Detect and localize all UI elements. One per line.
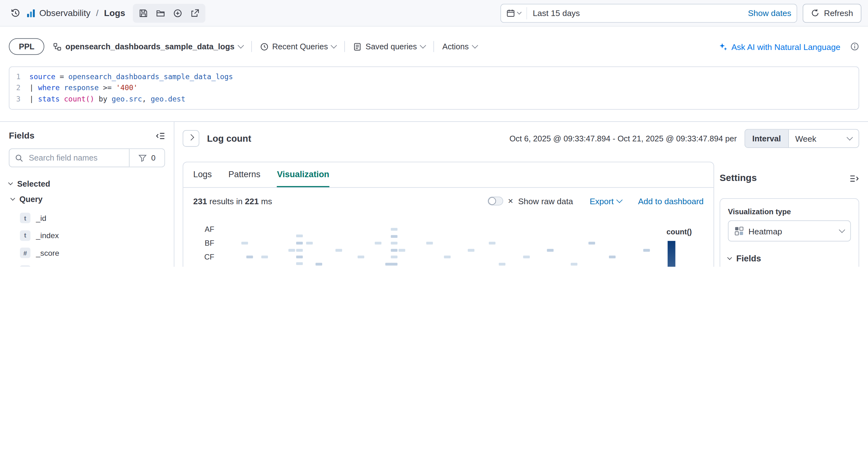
results-row: 231 results in 221 ms × Show raw data Ex… xyxy=(183,188,713,214)
heatmap-cell xyxy=(391,242,398,244)
query-toolbar-right: Ask AI with Natural Language xyxy=(719,42,859,51)
tab-patterns[interactable]: Patterns xyxy=(228,162,260,187)
actions-button[interactable]: Actions xyxy=(442,42,477,51)
filter-icon xyxy=(138,154,147,162)
heatmap-cell xyxy=(399,249,405,252)
heatmap-cell xyxy=(468,249,474,252)
query-editor[interactable]: 1source = opensearch_dashboards_sample_d… xyxy=(9,67,859,110)
sparkle-icon xyxy=(719,42,727,51)
calendar-chevron-icon xyxy=(517,9,522,14)
open-folder-icon[interactable] xyxy=(153,5,168,21)
viz-type-select[interactable]: Heatmap xyxy=(728,221,851,242)
legend-title: count() xyxy=(666,228,692,236)
share-icon[interactable] xyxy=(187,5,203,21)
show-dates-link[interactable]: Show dates xyxy=(748,8,792,18)
expand-panel-button[interactable] xyxy=(183,130,199,147)
breadcrumb-page: Logs xyxy=(104,8,125,18)
saved-queries-button[interactable]: Saved queries xyxy=(353,42,425,51)
recent-queries-button[interactable]: Recent Queries xyxy=(260,42,336,51)
settings-panel: Settings Visualization type Heatmap Fiel… xyxy=(720,168,859,267)
collapse-right-icon[interactable] xyxy=(850,174,859,183)
heatmap-cell xyxy=(241,242,248,244)
code-line: 2| where response >= '400' xyxy=(9,83,859,94)
heatmap-cell xyxy=(297,256,303,259)
query-language-button[interactable]: PPL xyxy=(9,38,44,55)
heatmap-cell xyxy=(297,262,303,265)
heatmap-cell xyxy=(297,242,303,244)
heatmap-plot: geo.dest geo.src AFBFCFCUESGHIQKELKMMPEP… xyxy=(219,223,657,267)
heatmap-cell xyxy=(391,235,398,238)
panel-title: Log count xyxy=(207,133,251,144)
field-filter-button[interactable]: 0 xyxy=(129,149,164,167)
heatmap-cell xyxy=(499,263,505,265)
code-line: 3| stats count() by geo.src, geo.dest xyxy=(9,94,859,105)
add-to-dashboard-button[interactable]: Add to dashboard xyxy=(638,196,704,206)
color-legend: count() 1050 xyxy=(666,227,713,237)
fields-section-header[interactable]: Fields xyxy=(728,254,851,264)
field-item-_id[interactable]: t_id xyxy=(9,209,165,227)
ask-ai-link[interactable]: Ask AI with Natural Language xyxy=(719,42,840,51)
save-icon[interactable] xyxy=(136,5,151,21)
date-range-preset[interactable]: Last 15 days xyxy=(533,8,580,18)
y-tick: BF xyxy=(205,239,214,247)
fields-sidebar: Fields 0 xyxy=(0,122,174,267)
heatmap-cell xyxy=(426,242,433,244)
toggle-off-icon: × xyxy=(508,197,513,205)
field-item-_type[interactable]: t_type xyxy=(9,262,165,267)
field-item-_score[interactable]: #_score xyxy=(9,244,165,262)
tab-visualization[interactable]: Visualization xyxy=(277,162,330,187)
y-tick: AF xyxy=(205,225,214,233)
chevron-down-icon xyxy=(839,227,845,233)
show-raw-data-toggle[interactable] xyxy=(487,197,503,205)
refresh-icon xyxy=(811,9,819,17)
data-source-selector[interactable]: opensearch_dashboards_sample_data_logs xyxy=(53,42,243,51)
heatmap-cell xyxy=(375,242,381,244)
field-search: 0 xyxy=(9,148,165,167)
chevron-right-icon xyxy=(188,134,194,141)
heatmap-cell xyxy=(297,234,303,237)
field-item-_index[interactable]: t_index xyxy=(9,227,165,244)
chevron-down-icon xyxy=(472,42,478,49)
search-field-names-input[interactable] xyxy=(28,153,123,163)
heatmap-cell xyxy=(288,249,295,252)
date-range-text: Oct 6, 2025 @ 09:33:47.894 - Oct 21, 202… xyxy=(509,134,737,143)
breadcrumb-app[interactable]: Observability xyxy=(39,8,90,18)
page-action-toolbar xyxy=(133,3,206,22)
heatmap-cell xyxy=(297,249,303,252)
field-type-icon: t xyxy=(20,230,30,241)
heatmap-cell xyxy=(306,242,312,244)
refresh-button[interactable]: Refresh xyxy=(803,3,861,22)
code-line: 1source = opensearch_dashboards_sample_d… xyxy=(9,71,859,82)
observability-logo-icon xyxy=(27,8,35,17)
data-source-icon xyxy=(53,42,62,51)
chevron-down-icon xyxy=(727,255,732,260)
heatmap-cell xyxy=(547,249,554,252)
info-icon[interactable] xyxy=(850,42,859,51)
breadcrumb: Observability / Logs xyxy=(27,8,125,18)
heatmap-cell xyxy=(391,263,398,265)
field-name: _id xyxy=(36,214,46,223)
interval-select[interactable]: Week xyxy=(788,129,859,147)
collapse-left-icon[interactable] xyxy=(155,131,165,141)
calendar-icon[interactable] xyxy=(507,7,527,19)
field-type-icon: t xyxy=(20,265,30,267)
search-input-wrap xyxy=(9,149,129,167)
recently-viewed-icon[interactable] xyxy=(7,4,24,22)
field-name: _score xyxy=(36,248,59,257)
export-button[interactable]: Export xyxy=(590,196,621,206)
show-raw-data-label: Show raw data xyxy=(518,196,573,206)
fields-header: Fields xyxy=(0,131,174,141)
legend-ticks: 1050 xyxy=(668,241,676,267)
tab-logs[interactable]: Logs xyxy=(193,162,212,187)
field-group-selected[interactable]: Selected xyxy=(9,176,165,192)
field-group-query[interactable]: Query xyxy=(9,192,165,207)
toolbar-divider xyxy=(251,41,252,52)
y-tick: CF xyxy=(204,253,214,261)
heatmap-cell xyxy=(316,263,322,265)
settings-title: Settings xyxy=(720,173,757,184)
breadcrumb-separator: / xyxy=(96,8,99,18)
field-list: t_idt_index#_scoret_typetagent#bytesIPcl… xyxy=(9,209,165,267)
add-icon[interactable] xyxy=(170,5,185,21)
search-icon xyxy=(15,154,23,162)
heatmap-cell xyxy=(391,228,398,231)
